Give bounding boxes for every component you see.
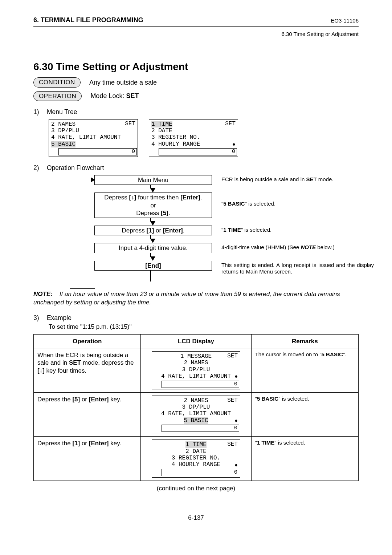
- lcd-input: 0: [162, 425, 239, 432]
- op-bold: [5]: [72, 396, 80, 403]
- flow-box-bold: [1]: [147, 227, 154, 234]
- lcd-row-hl: 1 TIME: [151, 121, 172, 127]
- lcd-row-hl: 5 BASIC: [51, 141, 75, 147]
- flow-box-end: [End]: [94, 261, 212, 271]
- rem-bold: 5 BASIC: [322, 351, 343, 357]
- op-bold: [Enter]: [89, 440, 109, 447]
- flow-box-text: .: [183, 227, 185, 234]
- flow-box-text: Depress: [122, 227, 147, 234]
- table-row: Depress the [1] or [Enter] key. SET 1 TI…: [34, 437, 359, 481]
- subsection-1-num: 1): [33, 108, 45, 116]
- condition-badge: CONDITION: [33, 77, 81, 87]
- lcd-tag: SET: [225, 121, 236, 127]
- flow-box-line: Depress [5].: [136, 209, 170, 217]
- arrow-down-icon: [150, 256, 155, 261]
- section-title: 6.30 Time Setting or Adjustment: [33, 60, 359, 73]
- op-text: key.: [109, 396, 122, 403]
- flow-caption: "1 TIME" is selected.: [221, 227, 374, 234]
- cell-remarks: "1 TIME" is selected.: [251, 437, 358, 481]
- note-block: NOTE: If an hour value of more than 23 o…: [33, 290, 359, 307]
- rem-bold: 5 BASIC: [257, 396, 278, 402]
- op-text: key.: [109, 440, 122, 447]
- lcd-screen: SET 1 MESSAGE 2 NAMES 3 DP/PLU 4 RATE, L…: [152, 351, 240, 389]
- lcd-row: 4 RATE, LIMIT AMOUNT: [154, 373, 238, 380]
- rem-bold: 1 TIME: [257, 439, 274, 446]
- arrow-down-icon: [150, 239, 155, 243]
- lcd-row: 5 BASIC: [154, 417, 238, 424]
- op-text: Depress the: [37, 440, 72, 447]
- rem-text: " is selected.: [274, 439, 305, 446]
- subsection-2-header: 2) Operation Flowchart: [33, 164, 359, 172]
- condition-text: Any time outside a sale: [89, 78, 157, 87]
- flow-caption-bold-italic: NOTE: [301, 244, 316, 250]
- rem-text: ".: [343, 351, 347, 357]
- subsection-1-header: 1) Menu Tree: [33, 108, 359, 116]
- cell-operation: Depress the [5] or [Enter] key.: [34, 392, 141, 437]
- flow-box-input-time: Input a 4-digit time value.: [94, 243, 212, 253]
- subsection-1-title: Menu Tree: [47, 108, 77, 116]
- flow-caption-text: below.): [316, 244, 335, 250]
- lcd-row: 2 NAMES: [154, 360, 238, 366]
- lcd-row: 1 TIME: [154, 441, 238, 448]
- cell-lcd: SET 1 MESSAGE 2 NAMES 3 DP/PLU 4 RATE, L…: [141, 348, 251, 393]
- col-remarks: Remarks: [251, 334, 358, 348]
- lcd-tag: SET: [125, 121, 135, 127]
- operation-text: Mode Lock: SET: [90, 92, 139, 100]
- lcd-row-hl: 5 BASIC: [184, 417, 208, 424]
- flow-caption-text: " is selected.: [245, 200, 276, 207]
- subsection-3-title: Example: [47, 314, 72, 321]
- lcd-row: 1 TIME: [151, 121, 236, 127]
- flow-box-text: or: [154, 227, 163, 234]
- subsection-3-header: 3) Example: [33, 314, 359, 322]
- operation-text-pre: Mode Lock:: [90, 92, 126, 100]
- op-text: mode, depress the: [81, 359, 134, 366]
- lcd-row: 1 MESSAGE: [154, 353, 238, 360]
- subsection-3-subtitle: To set time "1:15 p.m. (13:15)": [49, 323, 359, 331]
- flow-caption-text: 4-digiti-time value (HHMM) (See: [221, 244, 301, 250]
- flow-box-select-basic: Depress [↓] four times then [Enter]. or …: [94, 193, 212, 218]
- lcd-input: 0: [159, 148, 237, 155]
- condition-row: CONDITION Any time outside a sale: [33, 77, 359, 87]
- cell-remarks: "5 BASIC" is selected.: [251, 392, 358, 437]
- example-table: Operation LCD Display Remarks When the E…: [33, 334, 359, 481]
- lcd-scroll-icon: ♦: [232, 142, 236, 148]
- cell-lcd: SET 1 TIME 2 DATE 3 REGISTER NO. 4 HOURL…: [141, 437, 251, 481]
- rem-text: " is selected.: [278, 396, 309, 402]
- flow-caption-bold: SET: [306, 176, 317, 182]
- flow-caption: "5 BASIC" is selected.: [221, 200, 374, 207]
- op-text: or: [80, 440, 89, 447]
- subsection-2-title: Operation Flowchart: [47, 164, 104, 171]
- lcd-input: 0: [162, 381, 239, 388]
- menu-tree: SET 2 NAMES 3 DP/PLU 4 RATE, LIMIT AMOUN…: [49, 119, 359, 157]
- lcd-scroll-icon: ♦: [234, 374, 238, 380]
- continued-text: (continued on the next page): [33, 485, 359, 492]
- subsection-3-num: 3): [33, 314, 45, 322]
- lcd-input: 0: [162, 469, 239, 476]
- arrow-down-icon: [150, 188, 155, 193]
- flow-caption-text: This setting is ended. A long receipt is…: [221, 262, 374, 275]
- op-bold: SET: [69, 359, 81, 366]
- lcd-row: 3 REGISTER NO.: [151, 134, 236, 141]
- operation-badge: OPERATION: [33, 91, 82, 101]
- op-bold: [1]: [72, 440, 80, 447]
- lcd-row: 2 DATE: [154, 448, 238, 455]
- cell-remarks: The cursor is moved on to "5 BASIC".: [251, 348, 358, 393]
- header-section-left: 6. TERMINAL FILE PROGRAMMING: [33, 16, 143, 24]
- lcd-menu-left: SET 2 NAMES 3 DP/PLU 4 RATE, LIMIT AMOUN…: [49, 119, 138, 157]
- flow-box-select-time: Depress [1] or [Enter].: [94, 226, 212, 235]
- flow-box-bold: [End]: [145, 262, 161, 269]
- lcd-row: 3 DP/PLU: [154, 366, 238, 373]
- lcd-row: 4 RATE, LIMIT AMOUNT: [51, 134, 135, 141]
- lcd-row: 2 NAMES: [154, 397, 238, 404]
- operation-flowchart: Main Menu ECR is being outside a sale an…: [70, 175, 367, 281]
- page-number: 6-137: [33, 514, 359, 522]
- op-text: Depress the: [37, 396, 72, 403]
- op-text: or: [80, 396, 89, 403]
- table-header-row: Operation LCD Display Remarks: [34, 334, 359, 348]
- lcd-scroll-icon: ♦: [234, 418, 238, 424]
- lcd-row: 3 REGISTER NO.: [154, 455, 238, 461]
- op-bold: [Enter]: [89, 396, 109, 403]
- flow-caption: ECR is being outside a sale and in SET m…: [221, 176, 374, 183]
- lcd-screen: SET 2 NAMES 3 DP/PLU 4 RATE, LIMIT AMOUN…: [152, 396, 240, 434]
- lcd-row: 2 NAMES: [51, 121, 135, 127]
